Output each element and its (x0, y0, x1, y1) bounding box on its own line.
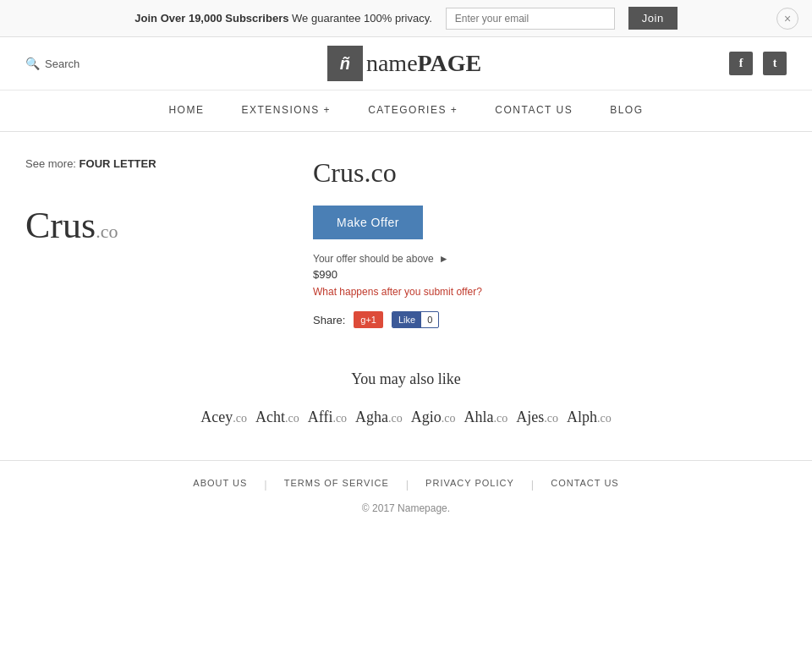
left-panel: See more: FOUR LETTER Crus.co (25, 157, 279, 328)
grid-domain-name: Agio (411, 409, 442, 425)
grid-domain-name: Acey (200, 409, 233, 425)
grid-domain-name: Alph (567, 409, 597, 425)
grid-domain-tld: .co (494, 412, 508, 425)
grid-domain-name: Affi (308, 409, 333, 425)
footer-divider: | (531, 478, 534, 491)
footer-link-item[interactable]: PRIVACY POLICY (425, 478, 514, 491)
email-input[interactable] (446, 8, 615, 30)
footer-link-item[interactable]: TERMS OF SERVICE (284, 478, 389, 491)
topbar-headline: Join Over 19,000 Subscribers (134, 12, 288, 25)
social-links: f t (729, 52, 787, 75)
domain-grid-item[interactable]: Acht.co (255, 409, 299, 426)
domain-tld-display: .co (96, 221, 118, 242)
offer-amount: $990 (313, 268, 787, 281)
offer-info: Your offer should be above ► (313, 253, 787, 265)
grid-domain-tld: .co (233, 412, 247, 425)
facebook-like-button[interactable]: Like 0 (392, 311, 439, 328)
facebook-icon[interactable]: f (729, 52, 753, 75)
grid-domain-tld: .co (597, 412, 612, 425)
see-more: See more: FOUR LETTER (25, 157, 279, 170)
grid-domain-name: Ahla (464, 409, 494, 425)
grid-domain-tld: .co (544, 412, 558, 425)
domain-logo-large: Crus.co (25, 204, 279, 247)
nav-extensions[interactable]: EXTENSIONS + (238, 90, 334, 131)
domain-title: Crus.co (313, 157, 787, 189)
arrow-right-icon: ► (439, 253, 449, 265)
join-button[interactable]: Join (628, 7, 678, 30)
logo[interactable]: ñ namePAGE (327, 46, 481, 81)
fb-like-label: Like (392, 312, 421, 327)
see-more-link[interactable]: FOUR LETTER (80, 157, 156, 170)
nav-home[interactable]: HOME (165, 90, 207, 131)
search-trigger[interactable]: 🔍 Search (25, 57, 80, 70)
domain-grid-item[interactable]: Agio.co (411, 409, 456, 426)
nav-contact[interactable]: CONTACT US (491, 90, 576, 131)
topbar-subtext: We guarantee 100% privacy. (292, 12, 432, 25)
domain-grid-item[interactable]: Acey.co (200, 409, 247, 426)
main-content: See more: FOUR LETTER Crus.co Crus.co Ma… (0, 132, 812, 354)
domain-grid-item[interactable]: Agha.co (355, 409, 403, 426)
may-also-like-section: You may also like Acey.coAcht.coAffi.coA… (0, 354, 812, 460)
grid-domain-tld: .co (388, 412, 403, 425)
domain-grid-item[interactable]: Alph.co (567, 409, 612, 426)
grid-domain-name: Ajes (516, 409, 544, 425)
make-offer-button[interactable]: Make Offer (313, 206, 423, 239)
logo-text: namePAGE (366, 50, 481, 77)
footer-link-item[interactable]: CONTACT US (551, 478, 619, 491)
logo-box: ñ (327, 46, 363, 81)
logo-suffix: PAGE (418, 50, 482, 76)
footer-site-link[interactable]: Namepage. (398, 502, 450, 514)
nav-categories[interactable]: CATEGORIES + (365, 90, 461, 131)
domain-name-display: Crus (25, 205, 96, 246)
topbar-text: Join Over 19,000 Subscribers We guarante… (134, 12, 431, 25)
domain-grid-item[interactable]: Ajes.co (516, 409, 558, 426)
search-label: Search (45, 58, 80, 70)
domain-grid-item[interactable]: Affi.co (308, 409, 347, 426)
footer-links: ABOUT US|TERMS OF SERVICE|PRIVACY POLICY… (25, 478, 787, 491)
grid-domain-tld: .co (442, 412, 456, 425)
top-bar: Join Over 19,000 Subscribers We guarante… (0, 0, 812, 37)
footer-divider: | (264, 478, 266, 491)
footer: ABOUT US|TERMS OF SERVICE|PRIVACY POLICY… (0, 460, 812, 531)
main-nav: HOME EXTENSIONS + CATEGORIES + CONTACT U… (0, 90, 812, 132)
gplus-button[interactable]: g+1 (354, 311, 383, 328)
may-like-title: You may also like (25, 370, 787, 388)
offer-faq-link[interactable]: What happens after you submit offer? (313, 286, 787, 298)
share-row: Share: g+1 Like 0 (313, 311, 787, 328)
fb-count: 0 (421, 312, 438, 327)
footer-link-item[interactable]: ABOUT US (193, 478, 247, 491)
close-button[interactable]: × (776, 8, 798, 30)
search-icon: 🔍 (25, 57, 40, 70)
nav-blog[interactable]: BLOG (606, 90, 646, 131)
grid-domain-tld: .co (285, 412, 299, 425)
domain-grid-item[interactable]: Ahla.co (464, 409, 508, 426)
logo-name: name (366, 50, 418, 76)
right-panel: Crus.co Make Offer Your offer should be … (313, 157, 787, 328)
grid-domain-name: Agha (355, 409, 388, 425)
domain-grid: Acey.coAcht.coAffi.coAgha.coAgio.coAhla.… (25, 409, 787, 426)
footer-divider: | (406, 478, 409, 491)
share-label: Share: (313, 314, 345, 326)
grid-domain-name: Acht (255, 409, 285, 425)
footer-copy: © 2017 Namepage. (25, 502, 787, 514)
header: 🔍 Search ñ namePAGE f t (0, 37, 812, 90)
twitter-icon[interactable]: t (763, 52, 787, 75)
grid-domain-tld: .co (332, 412, 347, 425)
